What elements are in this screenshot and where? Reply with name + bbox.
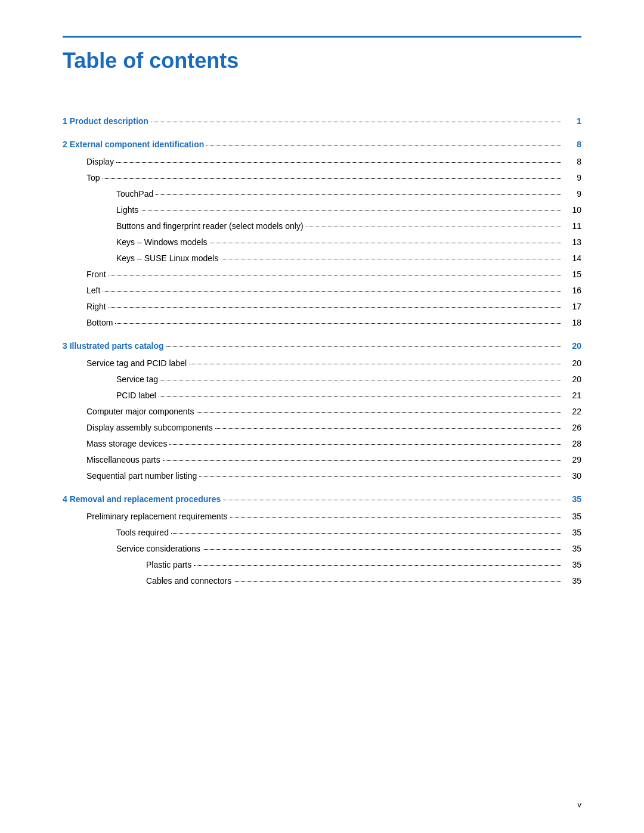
toc-dots-0 xyxy=(151,122,561,122)
toc-page-18: 26 xyxy=(564,422,581,434)
toc-page-9: 15 xyxy=(564,268,581,281)
toc-entry-19[interactable]: Mass storage devices28 xyxy=(63,438,581,450)
toc-entry-13[interactable]: 3 Illustrated parts catalog20 xyxy=(63,340,581,352)
toc-entry-24[interactable]: Tools required35 xyxy=(63,527,581,539)
toc-label-3: Top xyxy=(63,172,100,184)
toc-page-7: 13 xyxy=(564,236,581,249)
toc-dots-24 xyxy=(171,533,561,534)
toc-page-12: 18 xyxy=(564,317,581,329)
toc-dots-18 xyxy=(215,428,561,429)
toc-page-27: 35 xyxy=(564,575,581,587)
toc-label-23: Preliminary replacement requirements xyxy=(63,510,228,523)
toc-page-1: 8 xyxy=(564,138,581,151)
toc-label-7: Keys – Windows models xyxy=(63,236,208,249)
toc-container: 1 Product description12 External compone… xyxy=(63,115,581,587)
toc-dots-9 xyxy=(109,275,561,275)
toc-entry-16[interactable]: PCID label21 xyxy=(63,389,581,402)
toc-label-13: 3 Illustrated parts catalog xyxy=(63,340,164,352)
toc-dots-14 xyxy=(189,364,561,364)
toc-dots-25 xyxy=(203,549,561,550)
toc-page-19: 28 xyxy=(564,438,581,450)
top-border xyxy=(63,36,581,38)
toc-page-4: 9 xyxy=(564,188,581,200)
toc-label-15: Service tag xyxy=(63,373,158,386)
toc-label-0: 1 Product description xyxy=(63,115,148,128)
toc-entry-21[interactable]: Sequential part number listing30 xyxy=(63,470,581,482)
toc-entry-0[interactable]: 1 Product description1 xyxy=(63,115,581,128)
toc-page-20: 29 xyxy=(564,454,581,466)
toc-entry-27[interactable]: Cables and connectors35 xyxy=(63,575,581,587)
toc-label-14: Service tag and PCID label xyxy=(63,357,187,370)
toc-page-3: 9 xyxy=(564,172,581,184)
toc-dots-10 xyxy=(103,291,561,292)
toc-label-17: Computer major components xyxy=(63,405,194,418)
toc-label-4: TouchPad xyxy=(63,188,153,200)
toc-page-21: 30 xyxy=(564,470,581,482)
toc-dots-1 xyxy=(206,145,561,145)
toc-dots-22 xyxy=(223,500,561,500)
toc-entry-2[interactable]: Display8 xyxy=(63,156,581,168)
toc-dots-7 xyxy=(210,243,561,243)
toc-label-6: Buttons and fingerprint reader (select m… xyxy=(63,220,304,233)
toc-label-12: Bottom xyxy=(63,317,113,329)
toc-dots-12 xyxy=(115,323,561,324)
toc-dots-8 xyxy=(221,259,561,259)
toc-entry-7[interactable]: Keys – Windows models13 xyxy=(63,236,581,249)
toc-dots-15 xyxy=(160,380,561,380)
toc-page-13: 20 xyxy=(564,340,581,352)
toc-label-19: Mass storage devices xyxy=(63,438,167,450)
toc-dots-5 xyxy=(141,210,561,211)
toc-entry-22[interactable]: 4 Removal and replacement procedures35 xyxy=(63,493,581,506)
toc-page-17: 22 xyxy=(564,405,581,418)
toc-page-11: 17 xyxy=(564,301,581,313)
toc-entry-3[interactable]: Top9 xyxy=(63,172,581,184)
toc-dots-6 xyxy=(306,227,561,227)
toc-entry-26[interactable]: Plastic parts35 xyxy=(63,559,581,571)
toc-entry-23[interactable]: Preliminary replacement requirements35 xyxy=(63,510,581,523)
toc-entry-15[interactable]: Service tag20 xyxy=(63,373,581,386)
toc-entry-14[interactable]: Service tag and PCID label20 xyxy=(63,357,581,370)
toc-entry-12[interactable]: Bottom18 xyxy=(63,317,581,329)
toc-entry-25[interactable]: Service considerations35 xyxy=(63,543,581,555)
toc-page-8: 14 xyxy=(564,252,581,265)
toc-page-2: 8 xyxy=(564,156,581,168)
toc-entry-11[interactable]: Right17 xyxy=(63,301,581,313)
toc-entry-17[interactable]: Computer major components22 xyxy=(63,405,581,418)
toc-dots-2 xyxy=(116,162,561,163)
page-title: Table of contents xyxy=(63,48,581,79)
toc-entry-5[interactable]: Lights10 xyxy=(63,204,581,216)
toc-label-10: Left xyxy=(63,284,100,297)
toc-page-0: 1 xyxy=(564,115,581,128)
toc-entry-8[interactable]: Keys – SUSE Linux models14 xyxy=(63,252,581,265)
toc-dots-17 xyxy=(197,412,561,413)
toc-dots-23 xyxy=(230,517,561,518)
toc-entry-9[interactable]: Front15 xyxy=(63,268,581,281)
page-footer: v xyxy=(578,800,582,809)
toc-dots-19 xyxy=(169,444,561,445)
toc-entry-20[interactable]: Miscellaneous parts29 xyxy=(63,454,581,466)
toc-dots-13 xyxy=(166,346,561,347)
toc-entry-18[interactable]: Display assembly subcomponents26 xyxy=(63,422,581,434)
toc-page-6: 11 xyxy=(564,220,581,233)
toc-page-22: 35 xyxy=(564,493,581,506)
toc-page-10: 16 xyxy=(564,284,581,297)
toc-label-9: Front xyxy=(63,268,106,281)
toc-entry-10[interactable]: Left16 xyxy=(63,284,581,297)
toc-entry-1[interactable]: 2 External component identification8 xyxy=(63,138,581,151)
toc-label-27: Cables and connectors xyxy=(63,575,231,587)
toc-dots-4 xyxy=(156,194,561,195)
toc-entry-6[interactable]: Buttons and fingerprint reader (select m… xyxy=(63,220,581,233)
toc-dots-27 xyxy=(234,581,561,582)
toc-page-15: 20 xyxy=(564,373,581,386)
toc-label-2: Display xyxy=(63,156,114,168)
toc-label-1: 2 External component identification xyxy=(63,138,204,151)
toc-dots-16 xyxy=(159,396,561,397)
footer-page-number: v xyxy=(578,800,582,809)
toc-label-26: Plastic parts xyxy=(63,559,191,571)
toc-entry-4[interactable]: TouchPad9 xyxy=(63,188,581,200)
toc-label-21: Sequential part number listing xyxy=(63,470,197,482)
toc-dots-26 xyxy=(194,565,561,566)
toc-dots-3 xyxy=(103,178,561,179)
toc-dots-11 xyxy=(109,307,561,308)
toc-dots-20 xyxy=(163,460,561,461)
